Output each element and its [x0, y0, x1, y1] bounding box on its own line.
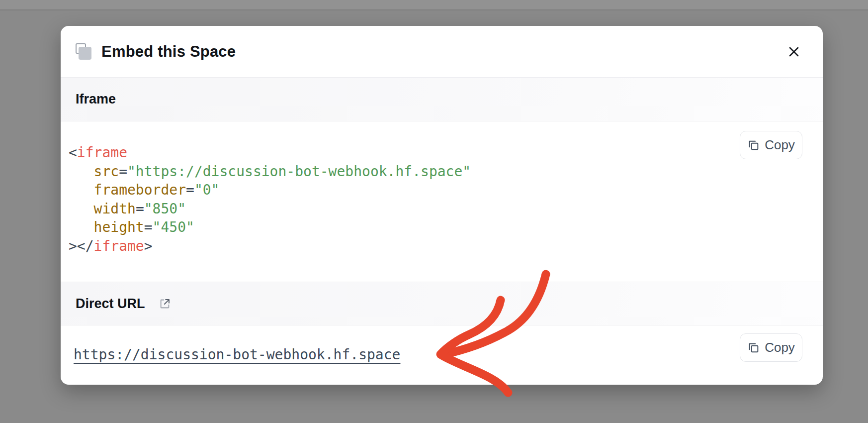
direct-url-section-header: Direct URL [61, 282, 823, 325]
embed-squares-icon [76, 43, 92, 60]
copy-url-button[interactable]: Copy [740, 333, 802, 362]
copy-iframe-button[interactable]: Copy [740, 131, 802, 159]
copy-button-label: Copy [765, 340, 795, 355]
modal-header: Embed this Space [61, 26, 823, 77]
close-icon[interactable] [783, 41, 805, 63]
embed-space-modal: Embed this Space Iframe <iframe src="htt… [61, 26, 823, 385]
modal-title: Embed this Space [101, 43, 236, 61]
iframe-heading: Iframe [76, 92, 116, 107]
copy-icon [747, 341, 760, 354]
iframe-section-header: Iframe [61, 77, 823, 121]
direct-url-link[interactable]: https://discussion-bot-webhook.hf.space [74, 346, 400, 363]
direct-url-heading: Direct URL [76, 296, 145, 312]
backdrop-page-header-strip [0, 0, 868, 10]
iframe-code-block: <iframe src="https://discussion-bot-webh… [69, 143, 471, 255]
copy-button-label: Copy [765, 137, 795, 153]
external-link-icon [158, 297, 172, 311]
copy-icon [747, 139, 760, 151]
